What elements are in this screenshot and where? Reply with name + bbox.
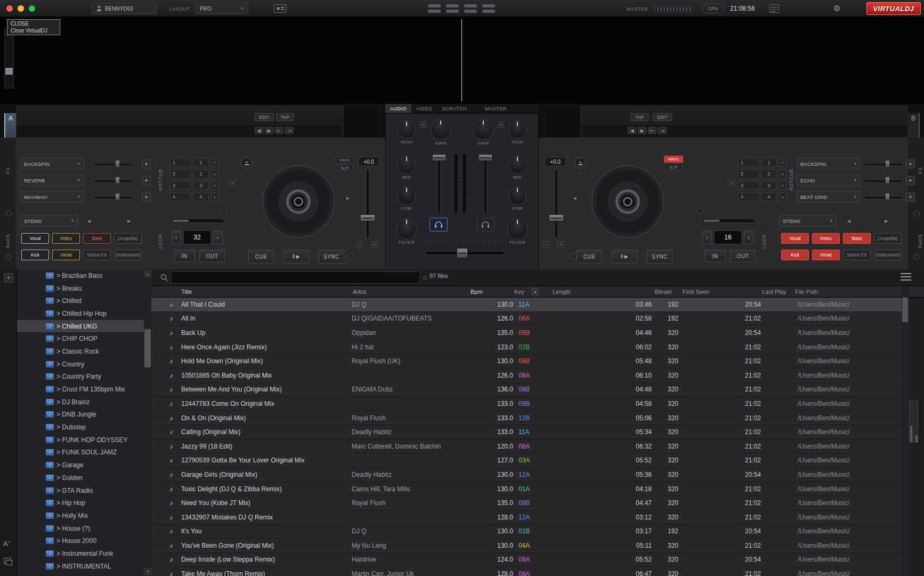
pitch-plus-button-b[interactable]: + [557, 241, 564, 248]
user-account-chip[interactable]: BENNYD63 [92, 3, 157, 14]
stem-pad[interactable]: Instru [812, 233, 840, 244]
fx-select[interactable]: WAHWAH▼ [20, 191, 84, 203]
layout-8deck-icon[interactable] [482, 4, 495, 13]
deck-a-tap-button[interactable]: TAP [276, 113, 294, 121]
stem-pad[interactable]: (Instrument) [874, 250, 902, 260]
pad-page-prev-b[interactable]: ◀ [845, 217, 853, 225]
table-row[interactable]: ♪♪ You've Been Gone (Original Mix) My Nu… [151, 539, 909, 553]
filter-knob-a[interactable] [396, 219, 417, 239]
eq-mid-knob-b[interactable] [508, 156, 526, 174]
folder-item[interactable]: ♪ > Country Party [17, 371, 151, 383]
folder-item[interactable]: ♪ > Chilled [17, 294, 151, 307]
play-pause-button-b[interactable]: Ⅱ ▶ [612, 250, 637, 263]
table-row[interactable]: ♪♪ Jazzy 99 (18 Edit) Marc Cotterell, Do… [151, 439, 909, 454]
hotcue-delete-button[interactable]: x [779, 170, 787, 179]
hotcue-delete-button[interactable]: x [211, 170, 218, 179]
hotcue-button[interactable]: 3 [169, 181, 191, 190]
eq-high-knob-b[interactable] [508, 121, 526, 139]
hotcue-more-button-a[interactable]: ▼ [229, 179, 236, 186]
pitch-minus-button-b[interactable]: − [542, 241, 549, 248]
deck-b-next-beat-icon[interactable]: ▶ [638, 127, 646, 134]
folder-item[interactable]: ♪ > House 2000 [17, 534, 151, 547]
load-eject-button-a[interactable]: ▲ [241, 157, 253, 169]
deck-a-next-beat-icon[interactable]: ▶ [265, 127, 273, 134]
deck-b-prev-beat-icon[interactable]: ◀ [628, 127, 636, 134]
table-row[interactable]: ♪♪ It's You DJ Q 130.0 01B 03:17 192 20:… [151, 525, 909, 539]
vinyl-mode-button-b[interactable]: VINYL [664, 156, 683, 163]
deck-a-edit-button[interactable]: EDIT [255, 113, 274, 121]
crossfader[interactable] [457, 248, 468, 258]
fx-drywet-slider[interactable] [94, 193, 132, 201]
pad-page-prev-a[interactable]: ◀ [85, 217, 93, 225]
fx-select[interactable]: BACKSPIN▼ [20, 158, 84, 170]
table-row[interactable]: ♪♪ Back Up Oppidan 135.0 06B 04:46 320 2… [151, 326, 909, 340]
folder-scroll-down-button[interactable]: ▼ [144, 568, 151, 575]
table-row[interactable]: ♪♪ Garage Girls (Original Mix) Deadly Ha… [151, 468, 909, 482]
hotcue-button[interactable]: 3 [737, 181, 759, 190]
hotcue-saved-button[interactable]: 3 [761, 181, 777, 190]
stem-pad[interactable]: Bass [843, 233, 871, 244]
fx-aux-button-a[interactable] [5, 210, 12, 217]
layout-4deck-icon[interactable] [446, 4, 459, 13]
column-bpm[interactable]: Bpm [466, 289, 513, 295]
pad-page-next-a[interactable]: ▶ [125, 217, 133, 225]
pads-aux-button-a[interactable] [5, 254, 12, 260]
loop-halve-button-a[interactable]: ‹ [172, 230, 181, 244]
loop-size-slider-b[interactable] [702, 219, 755, 223]
column-length[interactable]: Length [550, 289, 652, 295]
eq-high-knob-a[interactable] [398, 121, 416, 139]
aux-button-a1[interactable] [221, 208, 227, 214]
folder-item[interactable]: ♪ > Garage [17, 459, 151, 471]
folder-item[interactable]: ♪ > GTA Radio [17, 484, 151, 497]
hotcue-button[interactable]: 2 [737, 170, 759, 179]
stems-select-b[interactable]: STEMS▼ [779, 215, 837, 227]
hotcue-delete-button[interactable]: x [211, 181, 218, 190]
aux-button-a2[interactable] [347, 253, 354, 259]
folder-item[interactable]: ♪ > CHIP CHOP [17, 332, 151, 345]
mixer-tab[interactable]: SCRATCH [437, 104, 472, 113]
add-folder-button[interactable]: + [4, 273, 13, 283]
font-size-button[interactable]: A+ [3, 540, 10, 548]
stem-pad[interactable]: Kick [781, 250, 809, 260]
table-row[interactable]: ♪♪ On & On (Original Mix) Royal Flush 13… [151, 411, 909, 426]
hotcue-delete-button[interactable]: x [211, 193, 218, 202]
table-row[interactable]: ♪♪ 12790539 Gotta Be Your Lover Original… [151, 454, 909, 468]
stem-pad[interactable]: (Acapella) [874, 233, 902, 244]
column-key[interactable]: Key▲ [513, 288, 550, 295]
stem-pad[interactable]: Bass [83, 233, 111, 244]
slip-mode-button-a[interactable]: SLIP [337, 165, 353, 171]
table-row[interactable]: ♪♪ All That I Could DJ Q 130.0 11A 03:46… [151, 298, 909, 312]
layout-2deck-icon[interactable] [428, 4, 441, 13]
sideview-info-tab[interactable]: sideviewinfo [909, 400, 918, 443]
column-last-play[interactable]: Last Play [761, 289, 794, 295]
eq-low-knob-a[interactable] [398, 187, 416, 205]
fx-select[interactable]: BEAT GRID▼ [797, 191, 861, 203]
volume-fader-b[interactable] [479, 154, 492, 161]
pitch-plus-button-a[interactable]: + [371, 241, 378, 248]
folder-item[interactable]: ♪ > DNB Jungle [17, 409, 151, 421]
volume-fader-a[interactable] [432, 154, 446, 161]
jog-wheel-b[interactable] [591, 165, 664, 238]
fx-select[interactable]: BACKSPIN▼ [797, 158, 861, 170]
headphone-cue-button-a[interactable] [429, 218, 448, 231]
pitch-slider-a[interactable] [360, 170, 375, 238]
table-row[interactable]: ♪♪ Between Me And You (Original Mix) ENi… [151, 383, 909, 397]
hotcue-saved-button[interactable]: 2 [193, 170, 209, 179]
pitch-minus-button-a[interactable]: − [356, 241, 363, 248]
table-scrollbar-track[interactable] [902, 286, 909, 576]
loop-halve-button-b[interactable]: ‹ [702, 230, 712, 244]
folder-item[interactable]: ♪ > FUNK HOP ODYSSEY [17, 434, 151, 446]
settings-gear-icon[interactable]: ⚙ [833, 4, 840, 13]
stem-pad[interactable]: Kick [21, 250, 49, 260]
stem-pad[interactable]: HiHat [812, 250, 840, 260]
sync-button-a[interactable]: SYNC [319, 250, 344, 263]
fx-aux-button-b[interactable] [913, 210, 920, 217]
hotcue-delete-button[interactable]: x [779, 158, 787, 167]
aux-button-b1[interactable] [697, 208, 703, 214]
hotcue-button[interactable]: 1 [737, 158, 759, 167]
deck-a-halve-icon[interactable]: ⇤ [275, 127, 283, 134]
hotcue-delete-button[interactable]: x [211, 158, 218, 167]
stem-pad[interactable]: Instru [52, 233, 80, 244]
deck-a-prev-beat-icon[interactable]: ◀ [255, 127, 263, 134]
folder-item[interactable]: ♪ > FUNK SOUL JAMZ [17, 446, 151, 459]
